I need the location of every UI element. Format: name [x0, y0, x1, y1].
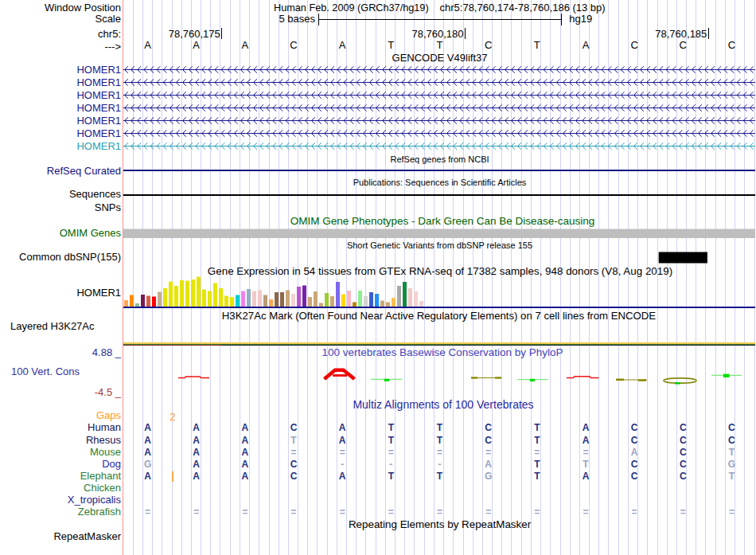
svg-text:Gene Expression in 54 tissues: Gene Expression in 54 tissues from GTEx … — [208, 265, 672, 277]
svg-text:--->: ---> — [104, 41, 121, 53]
svg-text:C: C — [630, 39, 637, 51]
svg-text:=: = — [583, 447, 588, 458]
svg-text:C: C — [728, 39, 735, 51]
svg-text:A: A — [144, 422, 151, 433]
svg-text:-: - — [438, 459, 442, 470]
svg-text:A: A — [193, 435, 200, 446]
svg-text:=: = — [193, 506, 199, 518]
svg-text:=: = — [145, 506, 150, 518]
svg-text:=: = — [534, 447, 540, 458]
svg-text:=: = — [680, 506, 686, 518]
svg-text:T: T — [534, 471, 540, 482]
svg-text:-: - — [389, 459, 392, 470]
svg-text:RefSeq genes from NCBI: RefSeq genes from NCBI — [390, 154, 489, 164]
svg-text:OMIM Gene Phenotypes - Dark Gr: OMIM Gene Phenotypes - Dark Green Can Be… — [290, 215, 595, 227]
svg-text:A: A — [242, 422, 249, 433]
svg-text:A: A — [242, 435, 249, 446]
svg-text:C: C — [680, 447, 687, 458]
svg-text:A: A — [339, 435, 346, 446]
svg-text:=: = — [437, 506, 442, 518]
svg-text:C: C — [631, 435, 638, 446]
svg-text:Zebrafish: Zebrafish — [78, 506, 121, 518]
svg-text:T: T — [388, 39, 394, 51]
svg-text:=: = — [290, 506, 296, 518]
svg-text:A: A — [193, 447, 200, 458]
svg-text:A: A — [339, 422, 346, 433]
svg-text:RefSeq Curated: RefSeq Curated — [47, 165, 121, 177]
svg-text:C: C — [680, 422, 687, 433]
svg-text:C: C — [485, 39, 492, 51]
svg-text:=: = — [290, 447, 296, 458]
svg-text:T: T — [388, 471, 395, 482]
svg-text:A: A — [144, 435, 151, 446]
svg-text:Mouse: Mouse — [90, 446, 121, 458]
svg-text:C: C — [485, 435, 492, 446]
svg-text:chr5:78,760,174-78,760,186 (13: chr5:78,760,174-78,760,186 (13 bp) — [440, 2, 606, 14]
svg-text:A: A — [242, 447, 249, 458]
svg-text:A: A — [242, 459, 249, 470]
svg-text:T: T — [583, 459, 589, 470]
svg-text:=: = — [632, 506, 637, 518]
svg-text:=: = — [388, 447, 394, 458]
svg-text:Gaps: Gaps — [96, 409, 122, 421]
svg-text:Short Genetic Variants from db: Short Genetic Variants from dbSNP releas… — [347, 240, 532, 250]
svg-text:Multiz Alignments of 100 Verte: Multiz Alignments of 100 Vertebrates — [353, 398, 533, 411]
svg-text:A: A — [583, 422, 590, 433]
svg-text:A: A — [144, 39, 151, 51]
svg-text:C: C — [631, 471, 638, 482]
svg-text:=: = — [485, 447, 491, 458]
svg-text:2: 2 — [170, 411, 175, 423]
svg-text:T: T — [534, 459, 540, 470]
svg-text:T: T — [534, 422, 540, 433]
svg-text:C: C — [631, 459, 638, 470]
svg-text:X_tropicalis: X_tropicalis — [68, 494, 122, 506]
svg-text:A: A — [144, 447, 151, 458]
svg-text:HOMER1: HOMER1 — [76, 89, 121, 101]
svg-text:HOMER1: HOMER1 — [76, 127, 121, 139]
svg-text:Repeating Elements by RepeatMa: Repeating Elements by RepeatMasker — [349, 518, 532, 530]
svg-text:hg19: hg19 — [569, 13, 592, 25]
svg-text:C: C — [485, 422, 492, 433]
svg-text:T: T — [437, 435, 443, 446]
svg-text:HOMER1: HOMER1 — [76, 76, 121, 88]
svg-text:Rhesus: Rhesus — [86, 434, 122, 446]
svg-text:G: G — [485, 471, 492, 482]
svg-text:T: T — [388, 422, 395, 433]
svg-text:=: = — [340, 506, 345, 518]
svg-text:C: C — [728, 435, 735, 446]
svg-text:OMIM Genes: OMIM Genes — [60, 227, 122, 239]
svg-text:A: A — [485, 459, 492, 470]
svg-text:A: A — [583, 435, 590, 446]
svg-text:=: = — [729, 506, 735, 518]
svg-text:-4.5 _: -4.5 _ — [95, 386, 122, 398]
svg-text:=: = — [340, 447, 345, 458]
svg-text:T: T — [729, 471, 735, 482]
svg-text:C: C — [290, 471, 298, 482]
svg-text:-: - — [341, 459, 344, 470]
svg-text:Window Position: Window Position — [45, 2, 121, 14]
svg-text:Publications: Sequences in Sci: Publications: Sequences in Scientific Ar… — [353, 178, 527, 187]
svg-text:=: = — [534, 506, 540, 518]
svg-text:Common dbSNP(155): Common dbSNP(155) — [19, 251, 121, 263]
svg-text:=: = — [242, 506, 247, 518]
svg-text:G: G — [728, 459, 735, 470]
svg-text:=: = — [437, 447, 442, 458]
svg-text:C: C — [290, 459, 298, 470]
svg-text:HOMER1: HOMER1 — [76, 287, 121, 299]
svg-text:A: A — [583, 471, 590, 482]
svg-text:4.88 _: 4.88 _ — [92, 346, 122, 358]
svg-text:C: C — [290, 39, 297, 51]
svg-text:A: A — [144, 471, 151, 482]
svg-text:=: = — [485, 506, 491, 518]
svg-text:Human: Human — [88, 421, 121, 433]
svg-text:T: T — [729, 447, 735, 458]
svg-text:HOMER1: HOMER1 — [76, 115, 121, 127]
svg-text:C: C — [680, 471, 687, 482]
svg-text:HOMER1: HOMER1 — [76, 140, 121, 152]
svg-text:A: A — [631, 447, 638, 458]
svg-text:GENCODE V49lift37: GENCODE V49lift37 — [392, 52, 488, 64]
svg-text:T: T — [534, 435, 540, 446]
svg-text:A: A — [242, 39, 249, 51]
svg-text:HOMER1: HOMER1 — [76, 102, 121, 114]
svg-text:A: A — [339, 39, 346, 51]
